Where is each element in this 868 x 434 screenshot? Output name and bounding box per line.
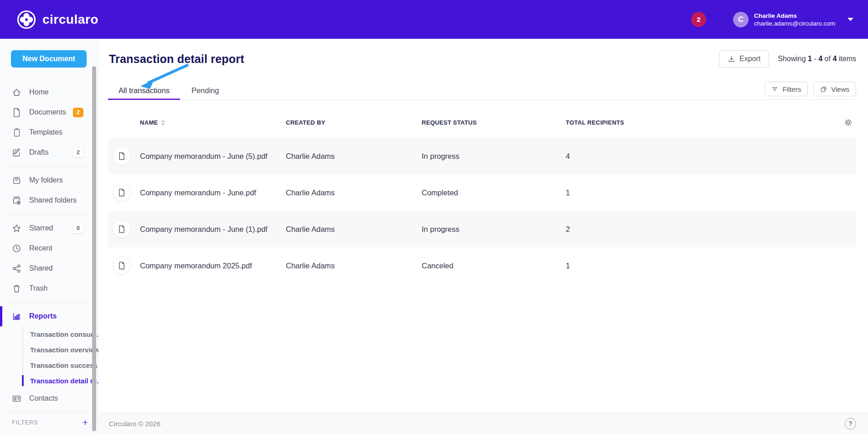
sidebar-item-label: Reports [29,312,57,320]
sidebar-item-shared[interactable]: Shared [0,258,98,278]
sidebar-item-label: My folders [29,176,63,184]
sidebar-item-starred[interactable]: Starred 0 [0,218,98,238]
sidebar-item-recent[interactable]: Recent [0,238,98,258]
circularo-logo[interactable]: circularo [16,10,98,30]
column-header-request-status[interactable]: REQUEST STATUS [422,119,566,126]
home-icon [12,88,21,97]
views-button-label: Views [831,85,849,93]
showing-items-count: Showing 1 - 4 of 4 items [778,55,856,63]
clock-icon [12,244,21,253]
star-icon [12,224,21,233]
subnav-item-transaction-consumption[interactable]: Transaction consum... [0,326,98,342]
subnav-item-label: Transaction detail re... [30,377,102,385]
new-document-button[interactable]: New Document [11,50,87,68]
notification-badge[interactable]: 2 [691,12,706,27]
documents-count-badge: 2 [73,108,83,117]
sidebar-item-home[interactable]: Home [0,82,98,102]
bar-chart-icon [12,312,21,321]
download-icon [728,55,735,63]
folder-drawer-icon [12,176,21,185]
file-pdf-icon [113,183,131,202]
table-row[interactable]: Company memorandum - June (5).pdf Charli… [108,138,856,174]
subnav-item-label: Transaction consum... [30,330,102,338]
filters-button[interactable]: Filters [765,82,808,96]
sidebar-item-reports[interactable]: Reports [0,306,98,326]
cell-created-by: Charlie Adams [286,152,422,161]
tab-pending[interactable]: Pending [186,81,225,100]
cell-name: Company memorandum - June (1).pdf [140,225,286,234]
share-network-icon [12,264,21,273]
help-question-icon[interactable]: ? [845,418,856,429]
document-icon [12,108,21,117]
add-filter-plus-icon[interactable]: + [83,418,88,427]
file-pdf-icon [113,220,131,238]
sidebar-item-label: Home [29,88,49,96]
sidebar-scrollbar-thumb[interactable] [92,66,96,431]
sidebar-item-label: Recent [29,244,52,252]
filters-button-label: Filters [782,85,801,93]
sidebar-divider [6,412,92,413]
topbar: circularo 2 C Charlie Adams charlie.adam… [0,0,868,39]
subnav-item-transaction-success[interactable]: Transaction success [0,357,98,373]
sidebar-item-contacts[interactable]: Contacts [0,388,98,408]
sort-icon[interactable] [161,120,165,126]
table-row[interactable]: Company memorandum - June.pdf Charlie Ad… [108,174,856,211]
sidebar-item-drafts[interactable]: Drafts 2 [0,142,98,162]
cell-request-status: Canceled [422,261,566,270]
sidebar: New Document Home Documents 2 [0,39,98,434]
tab-label: Pending [191,86,219,95]
sidebar-divider [6,214,92,214]
sidebar-item-my-folders[interactable]: My folders [0,170,98,190]
reports-subnav: Transaction consum... Transaction overvi… [0,326,98,388]
cell-total-recipients: 1 [566,261,836,270]
cell-created-by: Charlie Adams [286,225,422,234]
views-button[interactable]: Views [813,82,856,96]
avatar[interactable]: C [733,12,749,27]
sidebar-divider [6,302,92,303]
sidebar-item-templates[interactable]: Templates [0,122,98,142]
circularo-logo-icon [16,10,36,30]
cell-total-recipients: 4 [566,152,836,161]
table-row[interactable]: Company memorandum 2025.pdf Charlie Adam… [108,247,856,284]
column-header-name[interactable]: NAME [140,119,286,126]
subnav-item-transaction-detail-report[interactable]: Transaction detail re... [0,373,98,388]
table-header-row: NAME CREATED BY REQUEST STATUS TOTAL REC… [108,107,856,138]
sidebar-item-shared-folders[interactable]: Shared folders [0,190,98,210]
column-header-created-by[interactable]: CREATED BY [286,119,422,126]
column-header-total-recipients[interactable]: TOTAL RECIPIENTS [566,119,836,126]
draft-edit-icon [12,148,21,157]
subnav-item-transaction-overview[interactable]: Transaction overview [0,342,98,357]
contacts-card-icon [12,394,21,403]
table-settings-gear-icon[interactable] [844,118,856,127]
tab-label: All transactions [119,86,170,95]
sidebar-nav: Home Documents 2 Templates [0,82,98,427]
drafts-count-badge: 2 [73,148,83,157]
template-icon [12,128,21,137]
trash-icon [12,284,21,293]
subnav-item-label: Transaction success [30,361,98,369]
cell-created-by: Charlie Adams [286,261,422,270]
user-menu-chevron-down-icon[interactable] [847,17,854,21]
transactions-table: NAME CREATED BY REQUEST STATUS TOTAL REC… [108,107,856,284]
sidebar-divider [6,166,92,167]
views-layers-icon [820,86,827,93]
filter-lines-icon [771,86,778,92]
user-email: charlie.adams@circularo.com [754,20,835,27]
cell-total-recipients: 2 [566,225,836,234]
main-content: Transaction detail report Export Showing… [98,39,868,434]
footer: Circularo © 2026 ? [98,413,868,434]
sidebar-item-label: Shared folders [29,196,77,204]
export-button[interactable]: Export [719,50,769,68]
sidebar-item-documents[interactable]: Documents 2 [0,102,98,122]
starred-count-badge: 0 [73,224,83,233]
sidebar-item-label: Starred [29,224,53,232]
tab-all-transactions[interactable]: All transactions [108,81,180,100]
sidebar-item-trash[interactable]: Trash [0,278,98,298]
cell-name: Company memorandum 2025.pdf [140,261,286,270]
cell-request-status: In progress [422,225,566,234]
export-button-label: Export [739,55,760,63]
table-row[interactable]: Company memorandum - June (1).pdf Charli… [108,211,856,247]
user-info: Charlie Adams charlie.adams@circularo.co… [754,12,835,27]
cell-request-status: In progress [422,152,566,161]
user-name: Charlie Adams [754,12,835,20]
